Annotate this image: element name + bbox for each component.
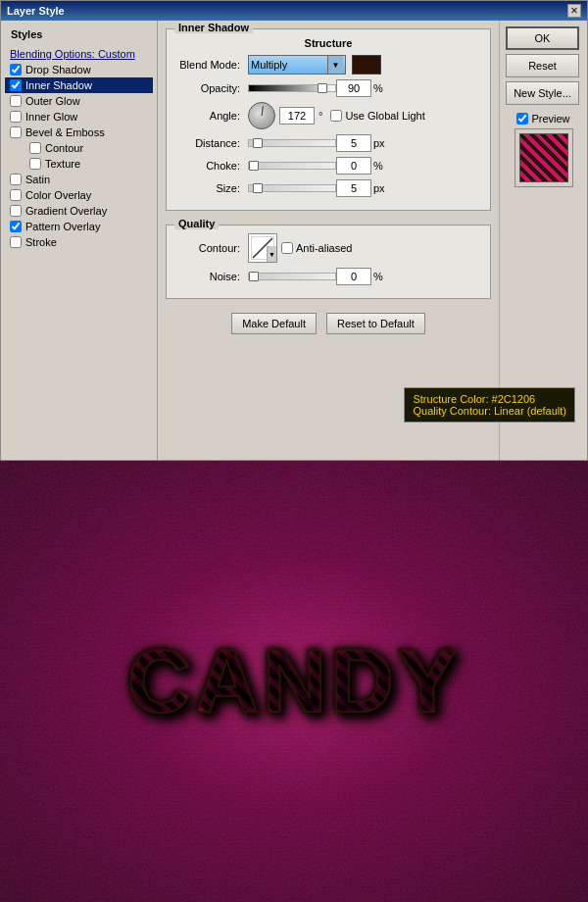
preview-section: Preview — [506, 113, 581, 187]
noise-row: Noise: % — [174, 268, 482, 285]
bevel-emboss-label: Bevel & Emboss — [25, 126, 105, 138]
main-panel: Inner Shadow Structure Blend Mode: Multi… — [158, 21, 499, 460]
dialog-title: Layer Style — [7, 5, 65, 17]
blend-mode-control: Multiply ▼ — [248, 55, 482, 75]
contour-row: Contour: ▼ Anti-aliased — [174, 233, 482, 263]
contour-checkbox[interactable] — [29, 142, 41, 154]
color-overlay-checkbox[interactable] — [10, 189, 22, 201]
contour-control: ▼ Anti-aliased — [248, 233, 482, 263]
noise-label: Noise: — [174, 271, 248, 282]
choke-unit: % — [373, 160, 389, 172]
reset-default-button[interactable]: Reset to Default — [326, 313, 425, 334]
sidebar-item-drop-shadow[interactable]: Drop Shadow — [5, 62, 153, 77]
distance-unit: px — [373, 137, 389, 149]
choke-control: % — [248, 157, 482, 175]
quality-section: Quality Contour: ▼ — [166, 225, 491, 299]
sidebar-item-pattern-overlay[interactable]: Pattern Overlay — [5, 219, 153, 234]
sidebar-item-inner-shadow[interactable]: Inner Shadow — [5, 77, 153, 93]
inner-shadow-label: Inner Shadow — [25, 79, 92, 91]
opacity-input[interactable] — [336, 79, 371, 97]
anti-alias-row: Anti-aliased — [281, 242, 352, 254]
sidebar-item-satin[interactable]: Satin — [5, 172, 153, 187]
satin-checkbox[interactable] — [10, 174, 22, 185]
angle-label: Angle: — [174, 110, 248, 122]
opacity-control: % — [248, 79, 482, 97]
size-handle[interactable] — [253, 183, 263, 193]
sidebar-item-gradient-overlay[interactable]: Gradient Overlay — [5, 203, 153, 219]
drop-shadow-checkbox[interactable] — [10, 64, 22, 75]
bevel-emboss-checkbox[interactable] — [10, 126, 22, 138]
noise-input[interactable] — [336, 268, 371, 285]
anti-aliased-label: Anti-aliased — [296, 242, 352, 254]
pattern-overlay-label: Pattern Overlay — [25, 221, 100, 232]
blend-mode-label: Blend Mode: — [174, 59, 248, 71]
anti-aliased-checkbox[interactable] — [281, 242, 293, 254]
size-input[interactable] — [336, 179, 371, 197]
global-light-text: Use Global Light — [345, 110, 424, 122]
angle-input[interactable] — [279, 107, 315, 125]
distance-handle[interactable] — [253, 138, 263, 148]
candy-text: CANDY — [127, 631, 461, 732]
texture-label: Texture — [45, 158, 80, 170]
sidebar-item-outer-glow[interactable]: Outer Glow — [5, 93, 153, 109]
color-overlay-label: Color Overlay — [25, 189, 91, 201]
inner-shadow-checkbox[interactable] — [10, 79, 22, 91]
sidebar-item-bevel-emboss[interactable]: Bevel & Emboss — [5, 125, 153, 140]
angle-needle — [262, 106, 264, 116]
new-style-button[interactable]: New Style... — [506, 81, 579, 105]
sidebar-item-texture[interactable]: Texture — [5, 156, 153, 172]
outer-glow-checkbox[interactable] — [10, 95, 22, 107]
noise-control: % — [248, 268, 482, 285]
section-title-inner-shadow: Inner Shadow — [174, 22, 253, 33]
distance-label: Distance: — [174, 137, 248, 149]
opacity-unit: % — [373, 82, 389, 94]
distance-slider[interactable] — [248, 139, 336, 147]
size-control: px — [248, 179, 482, 197]
noise-slider[interactable] — [248, 273, 336, 280]
blend-mode-row: Blend Mode: Multiply ▼ — [174, 55, 482, 75]
reset-button[interactable]: Reset — [506, 54, 579, 77]
use-global-light-checkbox[interactable] — [330, 110, 342, 122]
distance-control: px — [248, 134, 482, 152]
make-default-button[interactable]: Make Default — [231, 313, 317, 334]
title-bar: Layer Style ✕ — [1, 1, 587, 21]
stroke-label: Stroke — [25, 236, 57, 248]
angle-dial[interactable] — [248, 102, 275, 129]
contour-thumbnail[interactable]: ▼ — [248, 233, 277, 263]
noise-handle[interactable] — [249, 272, 259, 281]
inner-glow-label: Inner Glow — [25, 111, 77, 123]
stroke-checkbox[interactable] — [10, 236, 22, 248]
sidebar-item-blending[interactable]: Blending Options: Custom — [5, 46, 153, 62]
texture-checkbox[interactable] — [29, 158, 41, 170]
opacity-handle[interactable] — [318, 83, 327, 93]
sidebar-item-contour[interactable]: Contour — [5, 140, 153, 156]
pattern-overlay-checkbox[interactable] — [10, 221, 22, 232]
ok-button[interactable]: OK — [506, 26, 579, 50]
choke-slider[interactable] — [248, 162, 336, 170]
canvas-area: CANDY — [0, 461, 588, 902]
size-unit: px — [373, 182, 389, 194]
sidebar-item-inner-glow[interactable]: Inner Glow — [5, 109, 153, 125]
sidebar-item-stroke[interactable]: Stroke — [5, 234, 153, 250]
noise-unit: % — [373, 271, 389, 282]
blend-select-arrow[interactable]: ▼ — [327, 56, 343, 74]
preview-checkbox[interactable] — [516, 113, 528, 125]
size-label: Size: — [174, 182, 248, 194]
shadow-color-swatch[interactable] — [352, 55, 381, 75]
size-slider[interactable] — [248, 184, 336, 192]
preview-inner — [519, 133, 568, 182]
distance-input[interactable] — [336, 134, 371, 152]
tooltip-line2: Quality Contour: Linear (default) — [413, 405, 566, 417]
gradient-overlay-checkbox[interactable] — [10, 205, 22, 217]
inner-glow-checkbox[interactable] — [10, 111, 22, 123]
structure-section: Inner Shadow Structure Blend Mode: Multi… — [166, 28, 491, 211]
sidebar-item-color-overlay[interactable]: Color Overlay — [5, 187, 153, 203]
choke-input[interactable] — [336, 157, 371, 175]
blend-mode-select[interactable]: Multiply ▼ — [248, 55, 346, 75]
close-button[interactable]: ✕ — [567, 4, 581, 18]
choke-handle[interactable] — [249, 161, 259, 171]
opacity-slider[interactable] — [248, 84, 336, 92]
layer-style-dialog: Layer Style ✕ Styles Blending Options: C… — [0, 0, 588, 461]
preview-label: Preview — [516, 113, 569, 125]
outer-glow-label: Outer Glow — [25, 95, 80, 107]
